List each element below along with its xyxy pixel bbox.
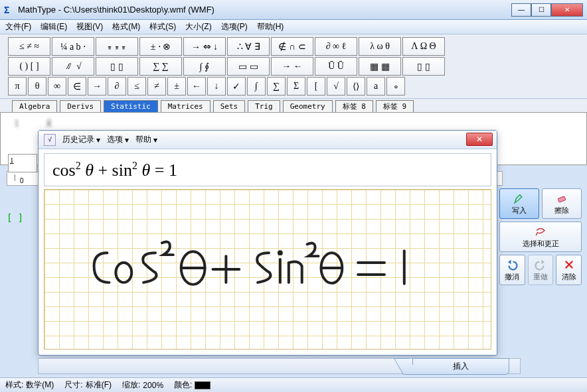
symbol-small-button[interactable]: ∫ bbox=[247, 77, 266, 96]
menu-view[interactable]: 视图(V) bbox=[74, 20, 106, 34]
template-button[interactable]: ∑ ∑ bbox=[139, 57, 182, 76]
tab-matrices[interactable]: Matrices bbox=[161, 100, 210, 112]
status-color[interactable]: 颜色: bbox=[174, 379, 210, 391]
symbol-small-button[interactable]: [ bbox=[307, 77, 325, 96]
symbol-small-button[interactable]: ← bbox=[187, 77, 206, 96]
menu-options[interactable]: 选项(P) bbox=[218, 20, 250, 34]
symbol-button[interactable]: λ ω θ bbox=[359, 37, 401, 56]
template-button[interactable]: ▯ ▯ bbox=[402, 57, 445, 76]
symbol-button[interactable]: ∉ ∩ ⊂ bbox=[271, 37, 313, 56]
menu-edit[interactable]: 编辑(E) bbox=[38, 20, 70, 34]
status-style[interactable]: 样式: 数学(M) bbox=[5, 379, 54, 391]
insert-bar: 插入 bbox=[38, 358, 521, 374]
handwriting-side-buttons: 写入 擦除 选择和更正 撤消 重做 清除 bbox=[499, 188, 582, 288]
template-button[interactable]: Ū Ū bbox=[315, 57, 357, 76]
menu-size[interactable]: 大小(Z) bbox=[183, 20, 214, 34]
symbol-button[interactable]: ¼ a b ⋅ bbox=[52, 37, 94, 56]
symbol-small-button[interactable]: ∞ bbox=[48, 77, 66, 96]
chevron-down-icon: ▾ bbox=[153, 135, 157, 145]
tab-statistic[interactable]: Statistic bbox=[104, 100, 158, 112]
menu-format[interactable]: 格式(M) bbox=[110, 20, 143, 34]
insert-button[interactable]: 插入 bbox=[412, 358, 509, 375]
symbol-button[interactable]: ± ⋅ ⊗ bbox=[139, 37, 182, 56]
recognized-text: cos2 θ + sin2 θ = 1 bbox=[52, 160, 177, 180]
symbol-small-button[interactable]: ∂ bbox=[108, 77, 126, 96]
tab-sets[interactable]: Sets bbox=[213, 100, 246, 112]
symbol-small-button[interactable]: a bbox=[367, 77, 385, 96]
svg-point-0 bbox=[116, 263, 131, 283]
undo-button[interactable]: 撤消 bbox=[499, 255, 525, 285]
window-title: MathType - C:\Users\think01\Desktop\y.wm… bbox=[18, 5, 511, 15]
symbol-small-button[interactable]: ≠ bbox=[147, 77, 166, 96]
menu-file[interactable]: 文件(F) bbox=[3, 20, 34, 34]
symbol-small-button[interactable]: π bbox=[8, 77, 27, 96]
template-button[interactable]: ▭ ▭ bbox=[227, 57, 270, 76]
symbol-row-3: πθ∞∈→∂≤≠±←↓✓∫∑Σ[√⟨⟩a∘ bbox=[8, 77, 579, 96]
symbol-small-button[interactable]: ∈ bbox=[68, 77, 86, 96]
symbol-small-button[interactable]: √ bbox=[327, 77, 345, 96]
symbol-small-button[interactable]: ⟨⟩ bbox=[347, 77, 365, 96]
symbol-button[interactable]: ∴ ∀ ∃ bbox=[227, 37, 270, 56]
select-correct-button[interactable]: 选择和更正 bbox=[499, 222, 582, 252]
redo-icon bbox=[535, 259, 546, 271]
symbol-small-button[interactable]: ≤ bbox=[127, 77, 146, 96]
symbol-button[interactable]: ≤ ≠ ≈ bbox=[8, 37, 50, 56]
handwriting-canvas[interactable] bbox=[44, 189, 491, 350]
hw-menu-options[interactable]: 选项 ▾ bbox=[107, 134, 129, 145]
template-button[interactable]: ▦ ▦ bbox=[359, 57, 401, 76]
undo-icon bbox=[506, 259, 518, 271]
template-button[interactable]: ∫ ∮ bbox=[183, 57, 226, 76]
symbol-row-2: ( ) [ ]⫽ √▯ ▯∑ ∑∫ ∮▭ ▭→ ←Ū Ū▦ ▦▯ ▯ bbox=[8, 57, 579, 76]
tab-algebra[interactable]: Algebra bbox=[12, 100, 57, 112]
symbol-button[interactable]: ∂ ∞ ℓ bbox=[315, 37, 357, 56]
tab-标签-9[interactable]: 标签 9 bbox=[376, 100, 414, 112]
symbol-small-button[interactable]: ∘ bbox=[386, 77, 405, 96]
handwriting-strokes bbox=[44, 190, 491, 349]
hw-close-button[interactable]: ✕ bbox=[466, 133, 493, 146]
clear-button[interactable]: 清除 bbox=[556, 255, 582, 285]
left-fraction-box: 1 bbox=[8, 154, 37, 172]
clear-icon bbox=[563, 259, 575, 271]
hw-menu-history[interactable]: 历史记录 ▾ bbox=[62, 134, 100, 145]
symbol-small-button[interactable]: ✓ bbox=[227, 77, 246, 96]
svg-point-5 bbox=[279, 251, 282, 254]
window-buttons: — ☐ ✕ bbox=[511, 3, 583, 17]
template-button[interactable]: ( ) [ ] bbox=[8, 57, 50, 76]
template-button[interactable]: ⫽ √ bbox=[52, 57, 94, 76]
statusbar: 样式: 数学(M) 尺寸: 标准(F) 缩放: 200% 颜色: bbox=[0, 377, 587, 392]
lasso-icon bbox=[535, 226, 546, 237]
symbol-button[interactable]: ￗ ￗ ￗ bbox=[96, 37, 138, 56]
template-button[interactable]: → ← bbox=[271, 57, 313, 76]
window-titlebar: Σ MathType - C:\Users\think01\Desktop\y.… bbox=[0, 0, 587, 20]
symbol-small-button[interactable]: ± bbox=[167, 77, 186, 96]
symbol-button[interactable]: Λ Ω Θ bbox=[402, 37, 445, 56]
symbol-small-button[interactable]: ↓ bbox=[207, 77, 226, 96]
symbol-small-button[interactable]: Σ bbox=[287, 77, 305, 96]
menu-help[interactable]: 帮助(H) bbox=[254, 20, 287, 34]
erase-button[interactable]: 擦除 bbox=[542, 188, 582, 219]
hw-menu-help[interactable]: 帮助 ▾ bbox=[135, 134, 157, 145]
tab-标签-8[interactable]: 标签 8 bbox=[335, 100, 373, 112]
status-zoom[interactable]: 缩放: 200% bbox=[122, 379, 163, 391]
write-button[interactable]: 写入 bbox=[499, 188, 539, 219]
template-tabs: AlgebraDerivsStatisticMatricesSetsTrigGe… bbox=[0, 99, 587, 112]
recognized-formula: cos2 θ + sin2 θ = 1 bbox=[44, 153, 491, 186]
symbol-small-button[interactable]: θ bbox=[28, 77, 46, 96]
svg-rect-12 bbox=[558, 196, 566, 202]
editor-cursor-bracket: [ ] bbox=[7, 212, 23, 223]
symbol-button[interactable]: → ⇔ ↓ bbox=[183, 37, 226, 56]
menu-style[interactable]: 样式(S) bbox=[147, 20, 179, 34]
symbol-small-button[interactable]: ∑ bbox=[267, 77, 286, 96]
tab-geometry[interactable]: Geometry bbox=[283, 100, 333, 112]
status-size[interactable]: 尺寸: 标准(F) bbox=[64, 379, 112, 391]
minimize-button[interactable]: — bbox=[511, 3, 531, 17]
handwriting-toolbar: √ 历史记录 ▾ 选项 ▾ 帮助 ▾ ✕ bbox=[39, 131, 497, 149]
tab-trig[interactable]: Trig bbox=[248, 100, 280, 112]
symbol-small-button[interactable]: → bbox=[88, 77, 106, 96]
redo-button[interactable]: 重做 bbox=[528, 255, 554, 285]
close-button[interactable]: ✕ bbox=[551, 3, 583, 17]
tab-derivs[interactable]: Derivs bbox=[60, 100, 101, 112]
template-button[interactable]: ▯ ▯ bbox=[96, 57, 138, 76]
maximize-button[interactable]: ☐ bbox=[531, 3, 551, 17]
handwriting-icon: √ bbox=[44, 134, 56, 146]
